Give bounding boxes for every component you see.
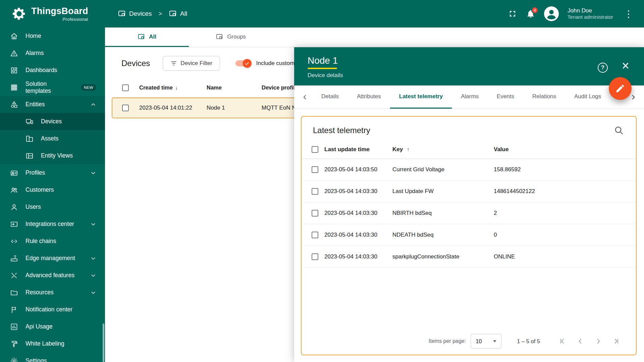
- sort-desc-icon: ↓: [175, 85, 178, 90]
- sidebar-item-label: White Labeling: [25, 340, 64, 347]
- tabs-scroll-left-icon[interactable]: [298, 90, 312, 105]
- rule-chains-icon: [10, 237, 18, 245]
- select-all-checkbox[interactable]: [312, 146, 318, 153]
- tab-label: All: [149, 34, 156, 40]
- row-checkbox[interactable]: [122, 105, 129, 111]
- breadcrumb-all[interactable]: All: [169, 10, 187, 18]
- user-person-icon: [10, 203, 18, 211]
- search-icon[interactable]: [614, 125, 624, 135]
- next-page-icon[interactable]: [592, 335, 605, 348]
- sidebar-item-home[interactable]: Home: [0, 27, 105, 45]
- check-icon: [245, 61, 250, 66]
- previous-page-icon[interactable]: [574, 335, 587, 348]
- sidebar-item-notification-center[interactable]: Notification center: [0, 301, 105, 318]
- settings-gear-icon: [10, 357, 18, 362]
- sidebar-item-entities[interactable]: Entities: [0, 96, 105, 113]
- help-icon[interactable]: ?: [598, 63, 608, 73]
- sidebar-item-label: Devices: [41, 118, 62, 125]
- sidebar-item-customers[interactable]: Customers: [0, 181, 105, 198]
- sidebar-item-label: Users: [25, 203, 41, 210]
- chevron-down-icon: [90, 289, 97, 296]
- cell-key: Last Update FW: [392, 188, 494, 195]
- title-highlight-underline: [308, 68, 337, 69]
- row-checkbox[interactable]: [312, 188, 318, 195]
- row-checkbox[interactable]: [312, 232, 318, 238]
- sidebar-item-integrations-center[interactable]: Integrations center: [0, 216, 105, 233]
- entity-views-icon: [25, 152, 34, 160]
- resources-folder-icon: [10, 289, 18, 297]
- sidebar-item-label: Settings: [25, 357, 47, 362]
- avatar[interactable]: [544, 6, 559, 21]
- cell-key: Current Grid Voltage: [392, 166, 494, 173]
- last-page-icon[interactable]: [610, 335, 623, 348]
- sidebar-item-settings[interactable]: Settings: [0, 352, 105, 362]
- chevron-down-icon: [90, 255, 97, 262]
- tab-audit-logs[interactable]: Audit Logs: [565, 85, 610, 109]
- include-customers-toggle[interactable]: [235, 60, 251, 66]
- sidebar-item-alarms[interactable]: Alarms: [0, 45, 105, 62]
- sidebar-item-api-usage[interactable]: Api Usage: [0, 318, 105, 335]
- column-key[interactable]: Key ↑: [392, 146, 494, 153]
- details-panel-header: Node 1 Device details ? ×: [294, 47, 644, 85]
- sidebar-item-profiles[interactable]: Profiles: [0, 164, 105, 181]
- sidebar-item-label: Solution templates: [25, 80, 73, 95]
- select-all-checkbox[interactable]: [122, 84, 129, 91]
- entity-group-tabs: All Groups: [105, 27, 644, 47]
- breadcrumb-devices[interactable]: Devices: [118, 10, 152, 18]
- sidebar-item-edge-management[interactable]: Edge management: [0, 250, 105, 267]
- latest-telemetry-card: Latest telemetry Last update time Key ↑ …: [301, 116, 637, 355]
- sidebar-item-devices[interactable]: Devices: [0, 113, 105, 130]
- fullscreen-icon[interactable]: [508, 9, 517, 18]
- sidebar-item-white-labeling[interactable]: White Labeling: [0, 335, 105, 352]
- cell-time: 2023-05-04 14:03:50: [324, 166, 392, 173]
- sidebar-item-rule-chains[interactable]: Rule chains: [0, 233, 105, 250]
- tab-relations[interactable]: Relations: [523, 85, 565, 109]
- table-row[interactable]: 2023-05-04 14:03:30 NDEATH bdSeq 0: [302, 224, 636, 246]
- tab-events[interactable]: Events: [488, 85, 523, 109]
- row-checkbox[interactable]: [312, 210, 318, 217]
- column-last-update-time[interactable]: Last update time: [324, 146, 392, 153]
- row-checkbox[interactable]: [312, 253, 318, 260]
- sidebar-scrollbar[interactable]: [103, 323, 104, 362]
- table-row[interactable]: 2023-05-04 14:03:30 NBIRTH bdSeq 2: [302, 202, 636, 224]
- sidebar-item-solution-templates[interactable]: Solution templates NEW: [0, 79, 105, 96]
- table-row[interactable]: 2023-05-04 14:03:30 Last Update FW 14861…: [302, 181, 636, 202]
- tab-all[interactable]: All: [105, 27, 189, 47]
- table-row[interactable]: 2023-05-04 14:03:30 sparkplugConnectionS…: [302, 246, 636, 268]
- column-name[interactable]: Name: [207, 84, 262, 91]
- logo-title: ThingsBoard: [31, 6, 88, 16]
- tab-groups[interactable]: Groups: [189, 27, 273, 47]
- more-menu-icon[interactable]: ⋮: [622, 8, 635, 19]
- tab-latest-telemetry[interactable]: Latest telemetry: [390, 85, 452, 109]
- breadcrumb-label: Devices: [129, 10, 152, 17]
- home-icon: [10, 32, 18, 40]
- sidebar-item-dashboards[interactable]: Dashboards: [0, 62, 105, 79]
- edit-fab-button[interactable]: [609, 77, 632, 100]
- logo[interactable]: ThingsBoard Professional: [0, 6, 105, 22]
- api-usage-chart-icon: [10, 323, 18, 331]
- sidebar-item-label: Profiles: [25, 169, 45, 176]
- sidebar-item-users[interactable]: Users: [0, 198, 105, 216]
- column-created-time[interactable]: Created time↓: [139, 84, 207, 91]
- tab-attributes[interactable]: Attributes: [348, 85, 390, 109]
- device-filter-button[interactable]: Device Filter: [163, 56, 220, 71]
- column-value[interactable]: Value: [494, 146, 636, 153]
- sidebar-item-assets[interactable]: Assets: [0, 130, 105, 147]
- notifications-bell-icon[interactable]: 4: [526, 9, 535, 18]
- sidebar-item-resources[interactable]: Resources: [0, 284, 105, 301]
- close-icon[interactable]: ×: [622, 59, 629, 72]
- tab-details[interactable]: Details: [312, 85, 348, 109]
- row-checkbox[interactable]: [312, 166, 318, 173]
- items-per-page-select[interactable]: 10: [471, 334, 501, 349]
- details-title: Node 1: [308, 55, 338, 66]
- breadcrumb-separator: >: [159, 10, 162, 17]
- table-row[interactable]: 2023-05-04 14:03:50 Current Grid Voltage…: [302, 159, 636, 181]
- device-filter-label: Device Filter: [180, 60, 212, 67]
- sidebar-item-entity-views[interactable]: Entity Views: [0, 147, 105, 164]
- first-page-icon[interactable]: [555, 335, 569, 348]
- sidebar-item-label: Alarms: [25, 50, 44, 57]
- tab-alarms[interactable]: Alarms: [452, 85, 488, 109]
- devices-icon: [25, 118, 34, 126]
- alarm-warning-icon: [10, 49, 18, 57]
- sidebar-item-advanced-features[interactable]: Advanced features: [0, 267, 105, 284]
